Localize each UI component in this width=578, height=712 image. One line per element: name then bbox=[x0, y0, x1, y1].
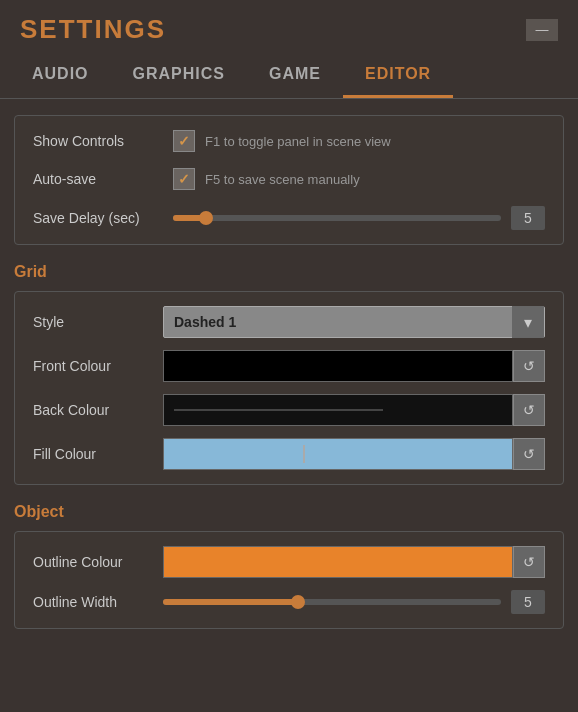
front-colour-reset[interactable]: ↺ bbox=[513, 350, 545, 382]
outline-width-label: Outline Width bbox=[33, 594, 163, 610]
header: SETTINGS — bbox=[0, 0, 578, 53]
back-colour-reset[interactable]: ↺ bbox=[513, 394, 545, 426]
fill-colour-row: Fill Colour ↺ bbox=[33, 438, 545, 470]
page-title: SETTINGS bbox=[20, 14, 166, 45]
auto-save-hint: F5 to save scene manually bbox=[205, 172, 360, 187]
style-value: Dashed 1 bbox=[164, 314, 512, 330]
back-colour-swatch[interactable] bbox=[163, 394, 513, 426]
show-controls-label: Show Controls bbox=[33, 133, 173, 149]
front-colour-control: ↺ bbox=[163, 350, 545, 382]
save-delay-slider-row: 5 bbox=[173, 206, 545, 230]
back-colour-row: Back Colour ↺ bbox=[33, 394, 545, 426]
settings-page: SETTINGS — AUDIO GRAPHICS GAME EDITOR Sh… bbox=[0, 0, 578, 712]
tab-audio[interactable]: AUDIO bbox=[10, 53, 111, 98]
outline-width-thumb[interactable] bbox=[291, 595, 305, 609]
outline-colour-row: Outline Colour ↺ bbox=[33, 546, 545, 578]
save-delay-track[interactable] bbox=[173, 215, 501, 221]
back-colour-control: ↺ bbox=[163, 394, 545, 426]
outline-colour-label: Outline Colour bbox=[33, 554, 163, 570]
save-delay-value: 5 bbox=[511, 206, 545, 230]
fill-colour-label: Fill Colour bbox=[33, 446, 163, 462]
editor-settings-panel: Show Controls F1 to toggle panel in scen… bbox=[14, 115, 564, 245]
content-area: Show Controls F1 to toggle panel in scen… bbox=[0, 99, 578, 712]
style-label: Style bbox=[33, 314, 163, 330]
grid-heading: Grid bbox=[14, 263, 564, 281]
outline-colour-swatch[interactable] bbox=[163, 546, 513, 578]
object-section: Object Outline Colour ↺ Outline Width bbox=[14, 503, 564, 629]
outline-width-fill bbox=[163, 599, 298, 605]
fill-colour-control: ↺ bbox=[163, 438, 545, 470]
nav-tabs: AUDIO GRAPHICS GAME EDITOR bbox=[0, 53, 578, 99]
auto-save-label: Auto-save bbox=[33, 171, 173, 187]
fill-colour-reset[interactable]: ↺ bbox=[513, 438, 545, 470]
tab-game[interactable]: GAME bbox=[247, 53, 343, 98]
tab-editor[interactable]: EDITOR bbox=[343, 53, 453, 98]
dropdown-arrow-icon: ▾ bbox=[512, 306, 544, 338]
grid-section: Grid Style Dashed 1 ▾ Front Colour ↺ bbox=[14, 263, 564, 485]
tab-graphics[interactable]: GRAPHICS bbox=[111, 53, 247, 98]
auto-save-row: Auto-save F5 to save scene manually bbox=[33, 168, 545, 190]
save-delay-thumb[interactable] bbox=[199, 211, 213, 225]
save-delay-label: Save Delay (sec) bbox=[33, 210, 173, 226]
front-colour-swatch[interactable] bbox=[163, 350, 513, 382]
outline-width-value: 5 bbox=[511, 590, 545, 614]
grid-panel: Style Dashed 1 ▾ Front Colour ↺ bbox=[14, 291, 564, 485]
style-row: Style Dashed 1 ▾ bbox=[33, 306, 545, 338]
fill-colour-swatch[interactable] bbox=[163, 438, 513, 470]
back-colour-label: Back Colour bbox=[33, 402, 163, 418]
object-heading: Object bbox=[14, 503, 564, 521]
outline-width-slider-row: 5 bbox=[163, 590, 545, 614]
show-controls-control: F1 to toggle panel in scene view bbox=[173, 130, 391, 152]
show-controls-hint: F1 to toggle panel in scene view bbox=[205, 134, 391, 149]
close-button[interactable]: — bbox=[526, 19, 558, 41]
outline-width-row: Outline Width 5 bbox=[33, 590, 545, 614]
outline-width-track[interactable] bbox=[163, 599, 501, 605]
outline-colour-reset[interactable]: ↺ bbox=[513, 546, 545, 578]
show-controls-checkbox[interactable] bbox=[173, 130, 195, 152]
style-dropdown[interactable]: Dashed 1 ▾ bbox=[163, 306, 545, 338]
front-colour-label: Front Colour bbox=[33, 358, 163, 374]
outline-colour-control: ↺ bbox=[163, 546, 545, 578]
front-colour-row: Front Colour ↺ bbox=[33, 350, 545, 382]
show-controls-row: Show Controls F1 to toggle panel in scen… bbox=[33, 130, 545, 152]
save-delay-row: Save Delay (sec) 5 bbox=[33, 206, 545, 230]
auto-save-checkbox[interactable] bbox=[173, 168, 195, 190]
object-panel: Outline Colour ↺ Outline Width 5 bbox=[14, 531, 564, 629]
auto-save-control: F5 to save scene manually bbox=[173, 168, 360, 190]
